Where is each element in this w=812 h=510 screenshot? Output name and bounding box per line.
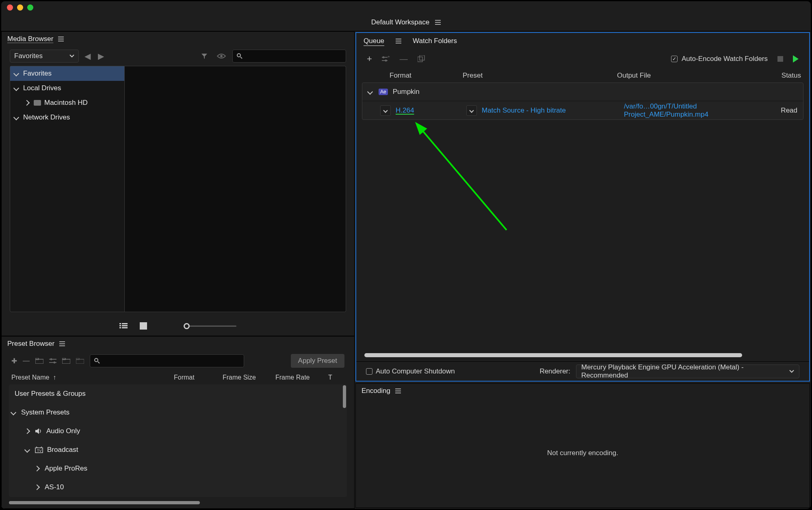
svg-rect-31 (418, 57, 422, 62)
maximize-window-button[interactable] (27, 4, 33, 11)
tab-queue[interactable]: Queue (364, 37, 384, 45)
tree-label-network-drives: Network Drives (23, 113, 70, 122)
sort-asc-icon: ↑ (53, 374, 56, 381)
queue-header-format: Format (390, 72, 463, 80)
svg-rect-9 (140, 322, 147, 330)
chevron-right-icon (24, 100, 30, 106)
ae-badge: Ae (379, 89, 388, 95)
svg-point-15 (54, 362, 56, 364)
disk-icon (34, 100, 41, 106)
preset-scrollbar-horizontal[interactable] (9, 501, 347, 505)
nav-back-button[interactable]: ◀ (83, 51, 92, 61)
list-view-icon[interactable] (119, 323, 128, 329)
export-preset-icon[interactable] (76, 358, 84, 364)
thumbnail-view-icon[interactable] (140, 322, 147, 330)
preset-audio-only[interactable]: Audio Only (9, 422, 347, 441)
tab-watch-folders[interactable]: Watch Folders (413, 37, 457, 45)
apply-preset-button[interactable]: Apply Preset (291, 354, 344, 368)
tv-icon: TV (35, 447, 43, 453)
thumbnail-size-slider[interactable] (184, 326, 236, 327)
stop-queue-button[interactable] (777, 56, 783, 62)
filter-icon[interactable] (198, 52, 210, 60)
queue-scrollbar-horizontal[interactable] (364, 353, 801, 359)
svg-point-0 (220, 55, 223, 57)
svg-rect-8 (122, 327, 128, 328)
preset-row-label: User Presets & Groups (15, 390, 86, 398)
tree-local-drives[interactable]: Local Drives (10, 81, 124, 95)
add-output-icon[interactable]: + (382, 56, 390, 62)
queue-item-output[interactable]: /var/fo…00gn/T/Untitled Project_AME/Pump… (624, 102, 774, 119)
preset-broadcast[interactable]: TV Broadcast (9, 441, 347, 459)
chevron-down-icon (24, 447, 30, 453)
format-dropdown[interactable] (380, 105, 391, 116)
svg-text:TV: TV (37, 449, 42, 453)
remove-icon[interactable]: — (400, 54, 408, 64)
nav-forward-button[interactable]: ▶ (96, 51, 106, 61)
preset-row-label: Apple ProRes (45, 464, 87, 473)
renderer-dropdown[interactable]: Mercury Playback Engine GPU Acceleration… (576, 365, 799, 378)
tree-favorites[interactable]: Favorites (10, 66, 124, 81)
chevron-down-icon (13, 115, 19, 120)
encoding-panel: Encoding Not currently encoding. (355, 383, 810, 508)
queue-tab-menu-icon[interactable] (396, 39, 401, 43)
workspace-menu-icon[interactable] (435, 20, 441, 25)
preset-browser-menu-icon[interactable] (59, 341, 65, 346)
auto-shutdown-checkbox[interactable] (366, 368, 372, 375)
media-browser-footer (2, 316, 354, 336)
preset-header-framesize[interactable]: Frame Size (223, 374, 275, 381)
minimize-window-button[interactable] (17, 4, 23, 11)
preset-as10[interactable]: AS-10 (9, 478, 347, 497)
renderer-label: Renderer: (539, 367, 570, 375)
media-browser-menu-icon[interactable] (58, 37, 64, 41)
duplicate-icon[interactable] (418, 55, 425, 63)
close-window-button[interactable] (7, 4, 13, 11)
svg-point-14 (50, 358, 52, 360)
tree-macintosh-hd[interactable]: Macintosh HD (10, 95, 124, 110)
queue-headers: Format Preset Output File Status (356, 69, 809, 82)
queue-toolbar: + + — Auto-Encode Watch Folders (356, 49, 809, 69)
add-preset-icon[interactable]: ✚ (11, 357, 17, 365)
svg-rect-11 (35, 358, 39, 360)
favorites-dropdown[interactable]: Favorites (10, 50, 79, 63)
import-preset-icon[interactable] (62, 358, 70, 364)
media-browser-search[interactable] (232, 50, 346, 63)
preset-header-framerate[interactable]: Frame Rate (275, 374, 328, 381)
remove-preset-icon[interactable]: — (23, 357, 30, 365)
preset-scrollbar-vertical[interactable] (343, 385, 346, 408)
auto-encode-checkbox[interactable] (671, 56, 678, 62)
svg-rect-3 (119, 323, 121, 324)
queue-group-header[interactable]: Ae Pumpkin (362, 83, 803, 101)
encoding-menu-icon[interactable] (395, 388, 401, 393)
visibility-icon[interactable] (214, 53, 228, 59)
svg-rect-19 (76, 358, 79, 360)
media-browser-title: Media Browser (7, 35, 53, 43)
queue-item-status: Read (781, 106, 797, 115)
preset-header-t[interactable]: T (328, 374, 332, 381)
start-queue-button[interactable] (793, 55, 799, 63)
svg-point-20 (95, 358, 98, 362)
svg-point-28 (382, 56, 384, 59)
queue-tabs: Queue Watch Folders (356, 33, 809, 49)
tree-network-drives[interactable]: Network Drives (10, 110, 124, 125)
chevron-down-icon (789, 370, 794, 373)
apply-preset-label: Apply Preset (298, 357, 337, 365)
preset-search[interactable] (90, 354, 244, 367)
media-tree: Favorites Local Drives Macintosh HD (10, 66, 125, 312)
chevron-down-icon (367, 89, 373, 95)
preset-header-name[interactable]: Preset Name (11, 374, 49, 381)
preset-system-presets[interactable]: System Presets (9, 403, 347, 422)
preset-settings-icon[interactable] (49, 358, 56, 364)
queue-header-status: Status (782, 72, 801, 80)
auto-shutdown-label: Auto Computer Shutdown (376, 367, 455, 375)
titlebar (1, 1, 811, 13)
preset-user-presets[interactable]: User Presets & Groups (9, 384, 347, 403)
svg-point-29 (385, 60, 387, 62)
preset-apple-prores[interactable]: Apple ProRes (9, 459, 347, 478)
add-source-icon[interactable]: + (367, 54, 372, 64)
preset-row-label: System Presets (21, 408, 69, 417)
queue-header-output: Output File (617, 72, 767, 80)
preset-header-format[interactable]: Format (174, 374, 223, 381)
media-browser-toolbar: Favorites ◀ ▶ (2, 46, 354, 66)
svg-point-1 (237, 54, 240, 57)
new-folder-icon[interactable] (35, 358, 43, 364)
